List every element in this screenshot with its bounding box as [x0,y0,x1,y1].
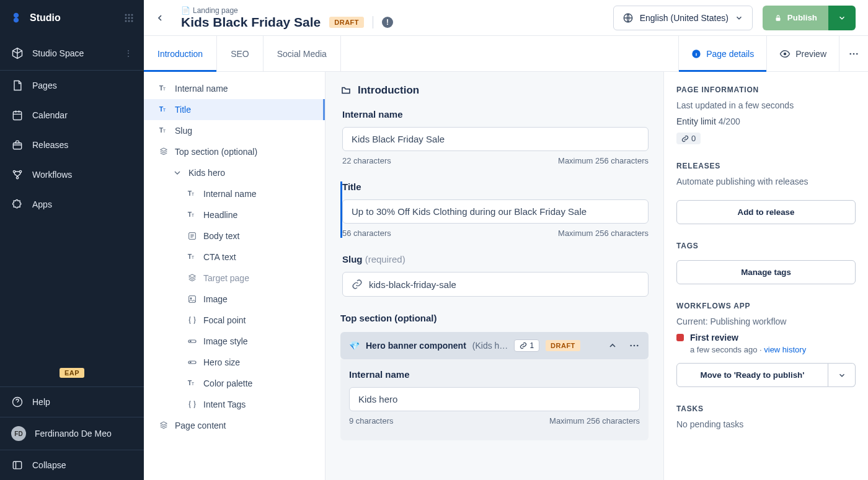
more-horizontal-icon [848,48,859,59]
alert-icon[interactable]: ! [382,17,393,28]
tab-preview[interactable]: Preview [766,36,839,71]
layers-icon [159,147,169,157]
sidebar-header: Studio [0,0,144,36]
component-status-badge: DRAFT [546,340,580,351]
sidebar-item-label: Releases [32,140,68,150]
sidebar-item-label: Workflows [32,170,72,180]
help-label: Help [32,397,50,407]
field-slug: Slug (required) kids-black-friday-sale [340,254,649,297]
outline-intent-tags[interactable]: Intent Tags [144,394,325,415]
locale-select[interactable]: English (United States) [613,6,753,30]
add-to-release-button[interactable]: Add to release [676,200,856,224]
field-label: Slug (required) [342,254,649,264]
workflow-icon [11,168,24,181]
sidebar-item-pages[interactable]: Pages [0,71,144,100]
component-header[interactable]: 💎 Hero banner component (Kids h… 1 DRAFT [340,332,649,359]
outline-focal-point[interactable]: Focal point [144,310,325,331]
outline-nested-internal-name[interactable]: TTInternal name [144,183,325,204]
main: 📄 Landing page Kids Black Friday Sale DR… [144,0,868,480]
sidebar-user[interactable]: FD Ferdinando De Meo [0,417,144,450]
svg-point-39 [190,341,192,343]
release-icon [11,139,24,151]
eye-icon [779,48,790,59]
svg-point-44 [630,345,632,347]
cube-icon [11,47,24,59]
outline-cta-text[interactable]: TTCTA text [144,247,325,268]
sidebar-help[interactable]: Help [0,386,144,417]
char-max: Maximum 256 characters [558,156,649,165]
svg-point-11 [13,170,15,172]
sidebar-item-label: Pages [32,81,57,90]
tasks-heading: TASKS [676,404,856,413]
sidebar-item-apps[interactable]: Apps [0,190,144,219]
slug-input[interactable]: kids-black-friday-sale [342,272,649,297]
svg-rect-10 [13,143,21,149]
top-section-label: Top section (optional) [340,313,649,323]
chevron-up-icon[interactable] [608,341,618,351]
title-input[interactable]: Up to 30% Off Kids Clothing during our B… [342,199,649,224]
move-to-button[interactable]: Move to 'Ready to publish' [676,363,828,387]
link-icon [681,135,689,142]
svg-rect-15 [13,461,21,469]
more-button[interactable] [839,36,868,71]
internal-name-input[interactable]: Kids Black Friday Sale [342,127,649,151]
field-title: Title Up to 30% Off Kids Clothing during… [340,181,649,238]
svg-point-37 [190,298,192,299]
more-horizontal-icon[interactable] [629,340,640,351]
outline-image[interactable]: Image [144,289,325,310]
char-count: 56 characters [342,229,391,238]
outline-internal-name[interactable]: TTInternal name [144,78,325,99]
puzzle-icon [11,198,24,211]
outline-top-section[interactable]: Top section (optional) [144,141,325,162]
svg-point-2 [131,14,133,16]
title-block: 📄 Landing page Kids Black Friday Sale DR… [181,6,603,30]
link-count-pill[interactable]: 1 [514,339,539,352]
brand-name: Studio [30,12,61,24]
tab-introduction[interactable]: Introduction [144,36,217,71]
outline-kids-hero[interactable]: Kids hero [144,162,325,183]
outline: TTInternal name TTTitle TTSlug Top secti… [144,72,326,480]
outline-title[interactable]: TTTitle [144,99,325,120]
app-switcher-icon[interactable] [124,13,134,23]
section-header: Introduction [340,84,649,97]
outline-slug[interactable]: TTSlug [144,120,325,141]
brand[interactable]: Studio [10,11,61,25]
tab-social-media[interactable]: Social Media [264,36,341,71]
publish-more-button[interactable] [828,6,856,30]
outline-target-page[interactable]: Target page [144,268,325,289]
topbar: 📄 Landing page Kids Black Friday Sale DR… [144,0,868,36]
outline-headline[interactable]: TTHeadline [144,204,325,225]
sidebar-item-releases[interactable]: Releases [0,130,144,160]
back-button[interactable] [149,7,171,29]
outline-hero-size[interactable]: Hero size [144,352,325,373]
sidebar-item-label: Apps [32,199,52,209]
sidebar-space[interactable]: Studio Space ⋮ [0,36,144,71]
breadcrumb: 📄 Landing page [181,6,603,15]
more-icon[interactable]: ⋮ [124,48,133,58]
char-max: Maximum 256 characters [549,416,640,425]
sidebar-item-calendar[interactable]: Calendar [0,100,144,130]
svg-rect-9 [13,111,21,120]
outline-color-palette[interactable]: TTColor palette [144,373,325,394]
publish-button[interactable]: Publish [763,6,828,30]
svg-rect-40 [188,361,196,364]
nested-internal-name-input[interactable]: Kids hero [349,387,640,411]
sidebar-item-workflows[interactable]: Workflows [0,160,144,190]
view-history-link[interactable]: view history [764,345,806,354]
tab-page-details[interactable]: Page details [678,36,766,71]
sidebar-collapse[interactable]: Collapse [0,450,144,480]
char-count: 9 characters [349,416,394,425]
tab-seo[interactable]: SEO [217,36,264,71]
svg-point-0 [125,14,127,16]
outline-image-style[interactable]: Image style [144,331,325,352]
move-more-button[interactable] [828,363,856,387]
svg-rect-17 [776,17,780,20]
releases-heading: RELEASES [676,162,856,170]
outline-page-content[interactable]: Page content [144,415,325,436]
sidebar: Studio Studio Space ⋮ Pages Calendar Rel… [0,0,144,480]
folder-icon [340,85,352,96]
manage-tags-button[interactable]: Manage tags [676,260,856,284]
outline-body-text[interactable]: Body text [144,225,325,247]
svg-point-13 [16,177,18,178]
link-count-badge[interactable]: 0 [676,133,701,144]
